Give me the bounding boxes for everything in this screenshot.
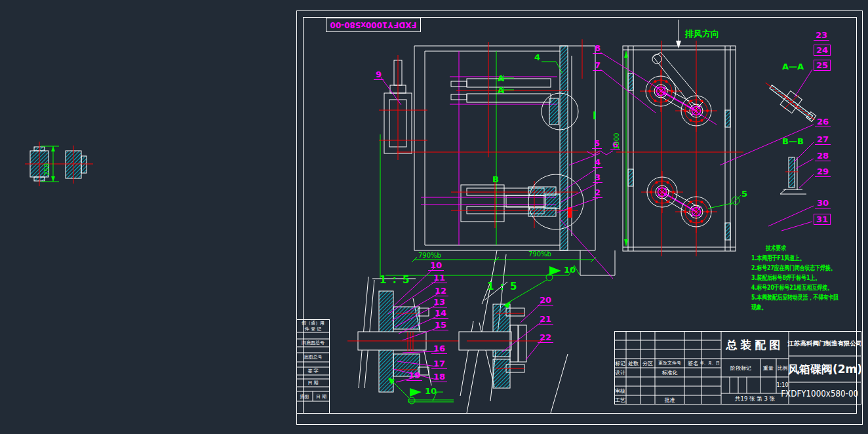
tb-header-count: 处数 — [626, 359, 641, 368]
tech-note-line: 5.本阀装配后应转动灵活，不得有卡阻 — [751, 293, 838, 302]
part-label-9: 9 — [374, 69, 384, 80]
part-label-11: 11 — [431, 273, 447, 283]
tb-approve: 批准 — [655, 395, 684, 404]
section-letter-a-bottom: A — [496, 85, 506, 95]
part-label-3: 3 — [593, 172, 602, 183]
part-label-23: 23 — [814, 30, 829, 41]
part-label-10: 10 — [428, 260, 444, 271]
section-title-aa: A—A — [780, 62, 806, 71]
part-label-24: 24 — [814, 45, 831, 56]
part-label-26: 26 — [815, 117, 831, 127]
tb-scale-label: 比例 — [776, 359, 789, 377]
flag-10-detail: 10 — [423, 386, 439, 396]
tb-drawing-number: FXDFY1000x580-00 — [787, 382, 852, 404]
tb-design: 设计 — [614, 368, 626, 377]
tech-note-line: 现象。 — [751, 303, 766, 312]
part-label-22: 22 — [538, 332, 553, 343]
detail-scale-2: 1 : 5 — [485, 282, 520, 292]
dim-790-left: 790%b — [418, 250, 441, 260]
section-aa-view — [760, 76, 820, 127]
strip-bottom-right: 日 期 — [313, 391, 330, 401]
strip-base-no: 底图总号 — [296, 353, 330, 362]
part-label-5: 5 — [592, 138, 602, 149]
tb-header-mark: 标记 — [614, 359, 626, 368]
part-label-19: 19 — [406, 370, 422, 381]
part-label-13: 13 — [431, 297, 447, 307]
tb-sheet-info: 共19 张 第 3 张 — [721, 393, 789, 404]
dim-250: 250 — [42, 163, 52, 176]
part-label-20: 20 — [538, 295, 553, 306]
part-label-17: 17 — [431, 359, 447, 369]
part-label-8: 8 — [593, 43, 602, 54]
part-label-31: 31 — [814, 214, 831, 225]
part-label-4: 4 — [593, 157, 602, 168]
strip-date: 日 期 — [296, 379, 330, 387]
tb-standardize: 标准化 — [655, 368, 684, 377]
mini-views — [25, 142, 93, 186]
part-label-2: 2 — [593, 187, 602, 198]
tb-process: 工艺 — [614, 395, 626, 404]
tech-note-line: 3.装配后标号8焊于标号1上。 — [751, 273, 820, 283]
strip-sign: 签 字 — [296, 367, 330, 375]
part-label-16: 16 — [431, 344, 447, 354]
dim-1500: 1500 — [612, 133, 621, 149]
tb-weight-label: 重量 — [760, 359, 776, 377]
strip-borrow-2: 件 登 记 — [296, 326, 330, 332]
tb-stage-mark: 阶段标记 — [721, 359, 760, 377]
tb-drawing-title: 总装配图 — [721, 331, 789, 359]
part-label-15: 15 — [433, 320, 448, 330]
tech-note-line: 1.本阀用于F1风道上。 — [751, 254, 805, 263]
flag-10-dim: 10 — [562, 265, 578, 275]
section-letter-a-top: A — [496, 73, 506, 83]
part-label-18: 18 — [431, 372, 447, 382]
tb-header-zone: 分区 — [641, 359, 655, 368]
tech-notes-title: 技术要求 — [766, 244, 786, 253]
dim-790-right: 790%b — [528, 249, 551, 259]
detail-marker-5: 5 — [740, 189, 749, 199]
detail-marker-i: I — [591, 111, 600, 121]
part-label-12: 12 — [433, 286, 448, 296]
part-label-28: 28 — [815, 151, 831, 161]
strip-bottom-left: 描图 — [296, 391, 313, 401]
tb-check: 审核 — [614, 386, 626, 395]
section-bb-view — [780, 157, 806, 194]
side-view — [616, 20, 743, 256]
tb-product-name: 风箱碟阀(2m) — [789, 356, 861, 382]
part-label-29: 29 — [815, 167, 831, 177]
airflow-direction-label: 排风方向 — [683, 29, 721, 39]
tech-note-line: 4.标号20于标号21相互相互焊接。 — [751, 283, 833, 292]
frame-top-label: FXDFY1000x580-00 — [326, 18, 421, 32]
part-label-14: 14 — [433, 308, 448, 319]
strip-old-base-no: 旧底图总号 — [296, 339, 330, 347]
tb-header-change-doc: 更改文件号 — [655, 359, 684, 368]
tb-header-sign: 签名 — [684, 359, 701, 368]
part-label-27: 27 — [815, 134, 831, 145]
tb-header-date: 年、月、日 — [701, 359, 719, 368]
brace-5-6 — [587, 151, 613, 155]
tb-company: 江苏高科阀门制造有限公司 — [789, 331, 861, 356]
cad-viewport[interactable]: FXDFY1000x580-00 9874AAIB56432232425A—A2… — [0, 0, 868, 434]
section-letter-b: B — [490, 174, 501, 184]
part-label-21: 21 — [538, 314, 553, 325]
part-label-25: 25 — [814, 60, 831, 71]
tech-note-line: 2.标号27应在阀门闭合状态下焊接。 — [751, 264, 835, 273]
detail-scale-1: 1 : 5 — [378, 275, 412, 285]
part-label-30: 30 — [815, 198, 831, 208]
section-arrow-4: 4 — [532, 52, 542, 62]
part-label-7: 7 — [593, 60, 602, 71]
section-title-bb: B—B — [780, 136, 806, 146]
